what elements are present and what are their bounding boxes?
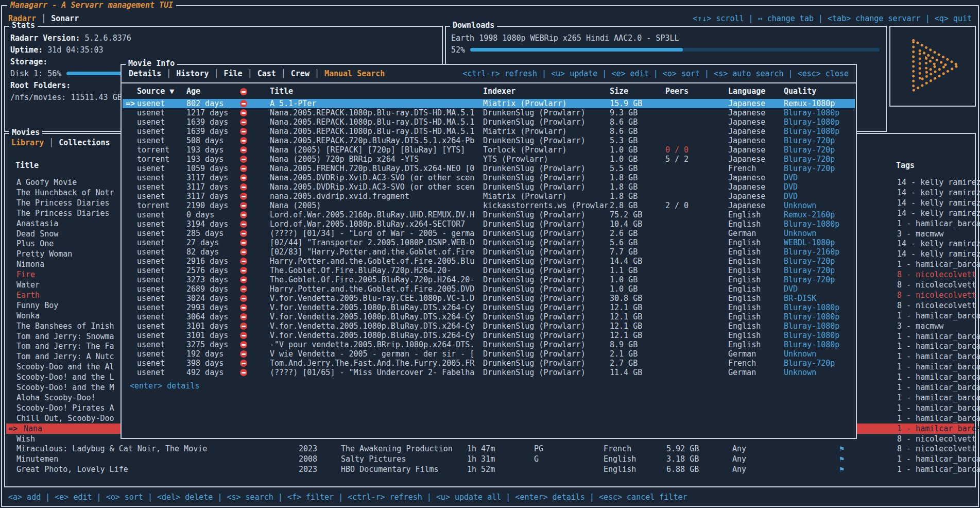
rejected-icon <box>240 258 247 265</box>
movie-title-cell: The Princess Diaries <box>16 208 110 218</box>
indexer-column-header[interactable]: Indexer <box>483 87 515 96</box>
release-quality-cell: Bluray-1080p <box>784 117 839 127</box>
release-row[interactable]: usenet82 days[02/83] "Harry.Potter.and.t… <box>123 247 855 257</box>
release-row[interactable]: usenet27 days[02/44] "Transporter 2.2005… <box>123 238 855 247</box>
movie-tag-cell: 1 - hamilcar_barca <box>897 413 980 424</box>
release-row[interactable]: usenet1639 daysNana.2005.REPACK.1080p.Bl… <box>123 117 855 127</box>
release-row[interactable]: usenet3275 days-"V pour vendetta.2005.BR… <box>123 340 855 349</box>
release-row[interactable]: usenet2916 daysHarry.Potter.and.the.Gobl… <box>123 257 855 266</box>
movie-quality-profile-cell: Any <box>732 454 746 464</box>
release-age-cell: 1059 days <box>186 164 228 173</box>
release-language-cell: English <box>728 275 761 284</box>
release-row[interactable]: torrent193 daysNana (2005) [REPACK] [720… <box>123 145 855 155</box>
title-column-header[interactable]: Title <box>270 87 293 96</box>
release-row[interactable]: usenet492 days(????) [01/65] - "Miss Und… <box>123 368 855 377</box>
release-row[interactable]: usenet3024 daysV.for.Vendetta.2005.Blu-r… <box>123 294 855 303</box>
movie-row[interactable]: Great Photo, Lovely Life2023HBO Document… <box>6 464 974 475</box>
quality-column-header[interactable]: Quality <box>784 87 816 96</box>
release-row[interactable]: usenet3117 daysNana.2005.DVDRip.XviD.AC3… <box>123 182 855 192</box>
servarr-tab-radarr[interactable]: Radarr <box>8 14 36 23</box>
movie-certification-cell: G <box>534 454 539 464</box>
movie-year-cell: 2023 <box>299 444 317 454</box>
release-age-cell: 192 days <box>186 349 223 359</box>
release-language-cell: French <box>728 164 756 173</box>
release-row[interactable]: usenet1639 daysNana.2005.REPACK.1080p.Bl… <box>123 127 855 136</box>
release-title-cell: Nana.2005.DVDRip.XviD.AC3-SVO (or other … <box>270 182 481 192</box>
size-column-header[interactable]: Size <box>610 87 628 96</box>
movie-info-tab-crew[interactable]: Crew <box>291 69 310 78</box>
release-size-cell: 5.6 GB <box>610 238 638 247</box>
release-indexer-cell: DrunkenSlug (Prowlarr) <box>483 247 608 257</box>
release-row[interactable]: usenet285 days(????) [01/34] - "Lord of … <box>123 229 855 238</box>
release-row[interactable]: usenet3101 daysV.for.Vendetta.2005.1080p… <box>123 321 855 331</box>
movie-info-tab-history[interactable]: History <box>176 69 209 78</box>
release-row[interactable]: usenet3064 daysV.for.Vendetta.2005.1080p… <box>123 312 855 321</box>
release-title-cell: [02/83] "Harry.Potter.and.the.Goblet.of.… <box>270 247 481 257</box>
rejected-icon <box>240 341 247 348</box>
release-title-cell: Nana.2005.FRENCH.720p.BluRay.DTS.x264-NE… <box>270 164 481 173</box>
release-size-cell: 1.0 GB <box>610 145 638 155</box>
release-indexer-cell: DrunkenSlug (Prowlarr) <box>483 136 608 145</box>
rejected-column-header-icon <box>240 88 247 95</box>
release-row[interactable]: usenet2576 daysThe.Goblet.Of.Fire.BluRay… <box>123 266 855 275</box>
release-row[interactable]: usenet0 daysLord.of.War.2005.2160p.BluRa… <box>123 210 855 219</box>
release-source-cell: usenet <box>137 321 165 331</box>
language-column-header[interactable]: Language <box>728 87 765 96</box>
movie-info-tab-manual-search[interactable]: Manual Search <box>324 69 385 78</box>
release-row[interactable]: torrent193 daysNana (2005) 720p BRRip x2… <box>123 155 855 164</box>
movies-tab-collections[interactable]: Collections <box>59 138 110 147</box>
release-quality-cell: Unknown <box>784 349 816 359</box>
movie-title-cell: Aloha Scooby-Doo! <box>16 393 96 403</box>
release-source-cell: usenet <box>137 331 165 340</box>
release-row[interactable]: usenet3194 daysLord.of.War.2005.1080p.Bl… <box>123 219 855 229</box>
release-row[interactable]: usenet508 daysNana.2005.REPACK.720p.BluR… <box>123 136 855 145</box>
movie-row[interactable]: Miraculous: Ladybug & Cat Noir, The Movi… <box>6 444 974 454</box>
release-language-cell: Japanese <box>728 108 765 117</box>
servarr-tab-sonarr[interactable]: Sonarr <box>51 14 79 23</box>
uptime-label: Uptime: <box>10 45 43 55</box>
movie-row[interactable]: Minutemen2008Salty Pictures1h 31mGEnglis… <box>6 454 974 464</box>
peers-column-header[interactable]: Peers <box>665 87 689 96</box>
movies-title-column-header: Title <box>15 161 39 170</box>
movie-title-cell: Chill Out, Scooby-Doo <box>16 413 114 424</box>
release-language-cell: English <box>728 219 761 229</box>
movie-quality-profile-cell: Any <box>732 444 746 454</box>
movies-tags-column-header: Tags <box>896 161 915 170</box>
release-age-cell: 2576 days <box>186 266 228 275</box>
movie-info-tab-details[interactable]: Details <box>129 69 161 78</box>
release-title-cell: Nana (2005) <box>270 201 481 210</box>
monitored-flag-icon: ⚑ <box>839 464 844 475</box>
release-row[interactable]: usenet1059 daysNana.2005.FRENCH.720p.Blu… <box>123 164 855 173</box>
release-age-cell: 1639 days <box>186 127 228 136</box>
release-row[interactable]: usenet3117 daysNana.2005.DVDRip.XviD.AC3… <box>123 173 855 182</box>
release-title-cell: Nana.2005.DVDRip.XviD.AC3-SVO (or other … <box>270 173 481 182</box>
movies-tab-library[interactable]: Library <box>11 138 44 147</box>
release-title-cell: V.for.Vendetta.2005.1080p.BluRay.DTS.x26… <box>270 312 481 321</box>
age-column-header[interactable]: Age <box>186 87 200 96</box>
release-title-cell: Nana.2005.REPACK.720p.BluRay.DTS.5.1.x26… <box>270 136 481 145</box>
release-age-cell: 508 days <box>186 136 223 145</box>
modal-footer-hint: <enter> details <box>130 381 199 391</box>
rejected-icon <box>240 118 247 126</box>
release-row[interactable]: usenet1217 daysNana.2005.REPACK.1080p.Bl… <box>123 108 855 117</box>
release-row[interactable]: =>usenet802 daysA 5.1-PTerMiatrix (Prowl… <box>123 99 855 108</box>
release-row[interactable]: torrent2190 daysNana (2005)kickasstorren… <box>123 201 855 210</box>
movie-info-tab-file[interactable]: File <box>224 69 243 78</box>
release-age-cell: 0 days <box>186 210 214 219</box>
release-row[interactable]: usenet3273 daysThe.Goblet.Of.Fire.2005.B… <box>123 275 855 284</box>
release-row[interactable]: usenet3101 daysV.for.Vendetta.2005.1080p… <box>123 331 855 340</box>
release-row[interactable]: usenet192 daysV wie Vendetta - 2005 - ge… <box>123 349 855 359</box>
version-label: Radarr Version: <box>10 33 80 43</box>
movie-language-cell: English <box>604 454 636 464</box>
movie-title-cell: Funny Boy <box>16 300 58 311</box>
release-title-cell: Lord.of.War.2005.2160p.BluRay.UHD.REMUX.… <box>270 210 481 219</box>
release-row[interactable]: usenet3117 daysnana.2005.dvdrip.xvid.fra… <box>123 192 855 201</box>
release-row[interactable]: usenet2689 daysHarry.Potter.and.the.Gobl… <box>123 284 855 294</box>
release-row[interactable]: usenet2993 daysV.for.Vendetta.2005.1080p… <box>123 303 855 312</box>
release-source-cell: usenet <box>137 108 165 117</box>
release-title-cell: (????) [01/65] - "Miss Undercover 2- Fab… <box>270 368 481 377</box>
movie-info-tab-cast[interactable]: Cast <box>257 69 276 78</box>
source-column-header[interactable]: Source ▼ <box>137 87 174 96</box>
release-row[interactable]: usenet398 daysTom.And.Jerry.The.Fast.And… <box>123 359 855 368</box>
release-quality-cell: Remux-2160p <box>784 210 835 219</box>
